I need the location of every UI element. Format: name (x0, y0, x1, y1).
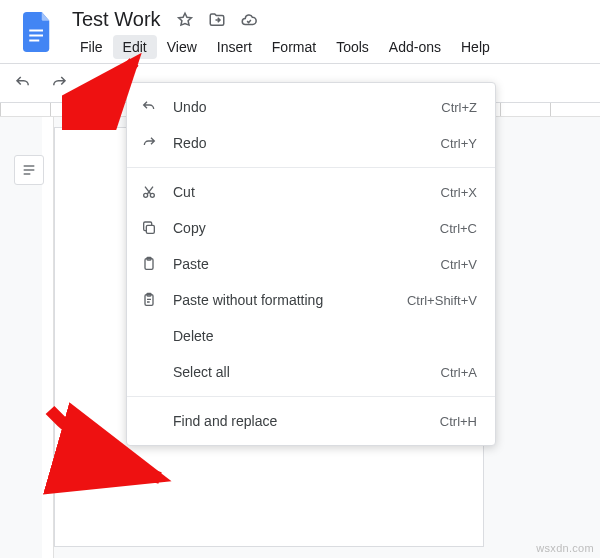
outline-toggle-button[interactable] (14, 155, 44, 185)
app-header: Test Work File Edit (0, 0, 600, 59)
copy-icon (139, 218, 159, 238)
menu-item-shortcut: Ctrl+Shift+V (407, 293, 477, 308)
undo-icon (139, 97, 159, 117)
menu-item-label: Paste without formatting (173, 292, 393, 308)
svg-rect-0 (29, 30, 43, 32)
menu-item-label: Redo (173, 135, 427, 151)
star-icon[interactable] (175, 10, 195, 30)
doc-title[interactable]: Test Work (70, 6, 163, 33)
menu-insert[interactable]: Insert (207, 35, 262, 59)
svg-rect-8 (146, 225, 154, 233)
svg-point-7 (150, 193, 154, 197)
menu-separator (127, 167, 495, 168)
menu-item-label: Select all (173, 364, 427, 380)
menu-item-shortcut: Ctrl+Z (441, 100, 477, 115)
edit-dropdown-menu: Undo Ctrl+Z Redo Ctrl+Y Cut Ctrl+X Copy … (126, 82, 496, 446)
menu-item-shortcut: Ctrl+A (441, 365, 477, 380)
menu-help[interactable]: Help (451, 35, 500, 59)
menu-item-label: Find and replace (173, 413, 426, 429)
docs-logo[interactable] (18, 6, 58, 58)
vertical-ruler[interactable] (42, 117, 54, 558)
svg-rect-2 (29, 40, 39, 42)
edit-menu-find-and-replace[interactable]: Find and replace Ctrl+H (127, 403, 495, 439)
menu-addons[interactable]: Add-ons (379, 35, 451, 59)
blank-icon (139, 326, 159, 346)
menu-item-shortcut: Ctrl+Y (441, 136, 477, 151)
paste-icon (139, 254, 159, 274)
menu-view[interactable]: View (157, 35, 207, 59)
edit-menu-undo[interactable]: Undo Ctrl+Z (127, 89, 495, 125)
menu-item-shortcut: Ctrl+H (440, 414, 477, 429)
redo-icon (139, 133, 159, 153)
edit-menu-paste[interactable]: Paste Ctrl+V (127, 246, 495, 282)
menu-item-shortcut: Ctrl+V (441, 257, 477, 272)
menu-item-label: Delete (173, 328, 463, 344)
edit-menu-redo[interactable]: Redo Ctrl+Y (127, 125, 495, 161)
edit-menu-paste-without-formatting[interactable]: Paste without formatting Ctrl+Shift+V (127, 282, 495, 318)
menu-item-label: Undo (173, 99, 427, 115)
edit-menu-cut[interactable]: Cut Ctrl+X (127, 174, 495, 210)
cloud-status-icon[interactable] (239, 10, 259, 30)
menu-item-shortcut: Ctrl+C (440, 221, 477, 236)
toolbar-redo-button[interactable] (48, 72, 70, 94)
cut-icon (139, 182, 159, 202)
toolbar-undo-button[interactable] (12, 72, 34, 94)
blank-icon (139, 411, 159, 431)
title-row: Test Work (70, 6, 500, 33)
menu-bar: File Edit View Insert Format Tools Add-o… (70, 35, 500, 59)
docs-logo-icon (23, 12, 53, 52)
edit-menu-delete[interactable]: Delete (127, 318, 495, 354)
menu-item-label: Cut (173, 184, 427, 200)
menu-item-label: Paste (173, 256, 427, 272)
blank-icon (139, 362, 159, 382)
menu-format[interactable]: Format (262, 35, 326, 59)
edit-menu-select-all[interactable]: Select all Ctrl+A (127, 354, 495, 390)
menu-tools[interactable]: Tools (326, 35, 379, 59)
svg-point-6 (144, 193, 148, 197)
menu-separator (127, 396, 495, 397)
menu-edit[interactable]: Edit (113, 35, 157, 59)
menu-item-shortcut: Ctrl+X (441, 185, 477, 200)
watermark-text: wsxdn.com (536, 542, 594, 554)
menu-item-label: Copy (173, 220, 426, 236)
edit-menu-copy[interactable]: Copy Ctrl+C (127, 210, 495, 246)
svg-rect-1 (29, 35, 43, 37)
paste-plain-icon (139, 290, 159, 310)
move-to-folder-icon[interactable] (207, 10, 227, 30)
menu-file[interactable]: File (70, 35, 113, 59)
